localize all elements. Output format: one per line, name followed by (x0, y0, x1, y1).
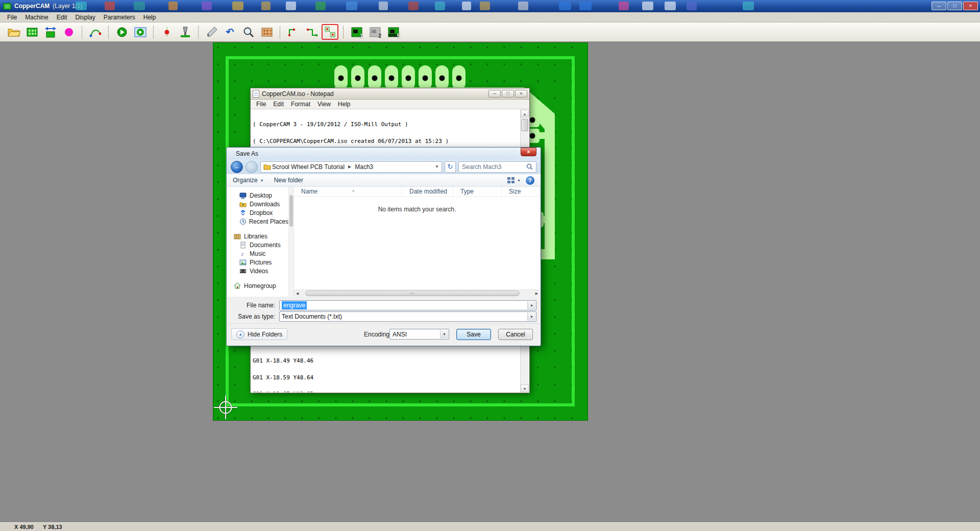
notepad-close-button[interactable]: × (515, 90, 527, 98)
layer-5-button[interactable]: 5 (385, 24, 402, 40)
encoding-select[interactable]: ANSI ▼ (389, 329, 449, 340)
nav-item-homegroup[interactable]: Homegroup (227, 281, 288, 290)
breadcrumb-current[interactable]: Mach3 (354, 163, 374, 171)
titlebar-decoration (559, 2, 571, 10)
nav-item-libraries[interactable]: Libraries (227, 232, 288, 240)
column-size[interactable]: Size (502, 187, 540, 196)
scroll-down-icon[interactable]: ▼ (521, 384, 529, 392)
menu-help[interactable]: Help (139, 13, 160, 22)
nav-scrollbar[interactable] (288, 187, 293, 297)
titlebar-decoration (642, 2, 653, 10)
save-type-dropdown-icon[interactable]: ▼ (527, 312, 535, 321)
engrave-button[interactable] (203, 24, 220, 40)
notepad-maximize-button[interactable]: □ (502, 90, 514, 98)
refresh-button[interactable]: ↻ (445, 161, 456, 173)
pcb-canvas[interactable]: CopperCAM.iso - Notepad – □ × File Edit … (0, 42, 980, 522)
titlebar-decoration (619, 2, 629, 10)
menu-machine[interactable]: Machine (21, 13, 52, 22)
run-tool-button[interactable] (113, 24, 130, 40)
app-statusbar: X 49,90 Y 38,13 (0, 522, 980, 531)
scroll-right-icon[interactable]: ▶ (533, 292, 540, 296)
app-titlebar[interactable]: CopperCAM (Layer 1/1) – □ × (0, 0, 980, 12)
board-icon (26, 26, 39, 39)
scroll-up-icon[interactable]: ▲ (521, 110, 529, 117)
notepad-menu-edit[interactable]: Edit (270, 100, 287, 108)
undo-button[interactable]: ↶ (222, 24, 238, 40)
breadcrumb-root[interactable]: Scrool Wheel PCB Tutorial (271, 163, 346, 171)
scrollbar-thumb[interactable] (305, 291, 520, 296)
cancel-button[interactable]: Cancel (498, 329, 533, 340)
encoding-dropdown-icon[interactable]: ▼ (440, 330, 448, 339)
nav-item-desktop[interactable]: Desktop (227, 191, 288, 200)
column-date-modified[interactable]: Date modified (402, 187, 453, 196)
menu-display[interactable]: Display (71, 13, 99, 22)
encoding-label: Encoding: (364, 331, 391, 338)
notepad-menu-help[interactable]: Help (334, 100, 354, 108)
dropbox-icon (239, 209, 247, 216)
notepad-titlebar[interactable]: CopperCAM.iso - Notepad – □ × (251, 88, 529, 100)
nav-item-downloads[interactable]: Downloads (227, 200, 288, 208)
back-button[interactable]: ← (231, 161, 243, 173)
dialog-titlebar[interactable]: Save As × (227, 148, 541, 159)
toolpath-2-button[interactable] (303, 24, 320, 40)
run-selection-button[interactable] (132, 24, 149, 40)
file-name-dropdown-icon[interactable]: ▼ (527, 301, 535, 309)
close-button[interactable]: × (963, 2, 978, 10)
file-name-input[interactable]: engrave ▼ (279, 300, 536, 310)
scrollbar-track[interactable] (301, 290, 533, 297)
menu-file[interactable]: File (3, 13, 21, 22)
notepad-menu-format[interactable]: Format (287, 100, 314, 108)
organize-button[interactable]: Organize ▼ (233, 177, 264, 184)
search-box[interactable]: Search Mach3 (458, 161, 536, 173)
nav-label: Recent Places (249, 218, 288, 225)
notepad-menu-view[interactable]: View (314, 100, 334, 108)
save-type-select[interactable]: Text Documents (*.txt) ▼ (279, 311, 536, 322)
scrollbar-thumb[interactable] (289, 195, 293, 227)
board-view-button[interactable] (23, 24, 40, 40)
open-file-button[interactable] (5, 24, 22, 40)
nav-item-pictures[interactable]: Pictures (227, 258, 288, 267)
hide-folders-button[interactable]: ▲ Hide Folders (231, 328, 287, 340)
scroll-left-icon[interactable]: ◀ (294, 292, 301, 296)
file-list[interactable]: Name ▲ Date modified Type Size No items … (293, 187, 540, 297)
contour-path-button[interactable] (87, 24, 104, 40)
maximize-button[interactable]: □ (947, 2, 962, 10)
drill-point-button[interactable] (158, 24, 175, 40)
breadcrumb-separator-icon: ▶ (346, 164, 354, 169)
notepad-menu-file[interactable]: File (253, 100, 270, 108)
toolbar-separator (82, 26, 82, 39)
toolpath-3-button[interactable] (322, 24, 338, 40)
titlebar-decoration (202, 2, 212, 10)
breadcrumb-dropdown-icon[interactable]: ▼ (435, 164, 439, 169)
toolpath-1-button[interactable] (285, 24, 302, 40)
mill-tool-button[interactable] (177, 24, 193, 40)
horizontal-scrollbar[interactable]: ◀ ▶ (294, 289, 540, 297)
nav-item-videos[interactable]: Videos (227, 267, 288, 275)
app-toolbar: ↶ 1 2 5 (0, 22, 980, 42)
help-button[interactable]: ? (526, 176, 534, 185)
save-button[interactable]: Save (456, 329, 491, 340)
window-controls: – □ × (932, 2, 978, 10)
layer-1-button[interactable]: 1 (348, 24, 365, 40)
minimize-button[interactable]: – (932, 2, 946, 10)
breadcrumb[interactable]: Scrool Wheel PCB Tutorial ▶ Mach3 ▼ (260, 161, 442, 173)
dialog-close-button[interactable]: × (521, 148, 536, 156)
forward-button[interactable]: → (246, 161, 258, 173)
menu-parameters[interactable]: Parameters (100, 13, 139, 22)
nav-item-dropbox[interactable]: Dropbox (227, 208, 288, 217)
layer-2-button[interactable]: 2 (366, 24, 383, 40)
menu-edit[interactable]: Edit (53, 13, 71, 22)
zoom-button[interactable] (240, 24, 257, 40)
views-button[interactable]: ▼ (507, 177, 521, 183)
nav-item-music[interactable]: ♪ Music (227, 249, 288, 258)
column-type[interactable]: Type (453, 187, 502, 196)
pad-tool-button[interactable] (60, 24, 77, 40)
nav-item-recent-places[interactable]: Recent Places (227, 217, 288, 226)
flip-board-button[interactable] (42, 24, 59, 40)
nav-item-documents[interactable]: Documents (227, 240, 288, 249)
column-name[interactable]: Name ▲ (294, 187, 402, 196)
copper-board-button[interactable] (258, 24, 275, 40)
new-folder-button[interactable]: New folder (274, 177, 303, 184)
notepad-minimize-button[interactable]: – (488, 90, 501, 98)
scrollbar-thumb[interactable] (521, 119, 528, 131)
